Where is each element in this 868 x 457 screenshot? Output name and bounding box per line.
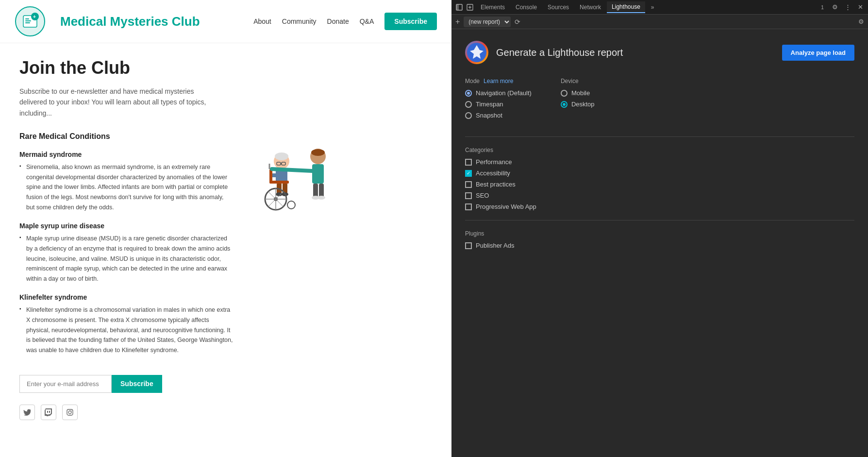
svg-rect-19 xyxy=(269,169,272,183)
svg-rect-40 xyxy=(456,4,459,10)
category-accessibility[interactable]: Accessibility xyxy=(465,169,854,177)
main-nav: + Medical Mysteries Club About Community… xyxy=(0,0,451,43)
report-history-icon[interactable]: ⟳ xyxy=(515,18,520,26)
tab-network[interactable]: Network xyxy=(575,2,606,13)
condition-title-0: Mermaid syndrome xyxy=(19,151,233,158)
categories-section: Categories Performance Accessibility Bes… xyxy=(465,147,854,210)
condition-title-2: Klinefelter syndrome xyxy=(19,293,233,301)
settings-icon[interactable]: ⚙ xyxy=(830,2,840,12)
tab-lighthouse[interactable]: Lighthouse xyxy=(607,1,645,13)
device-mobile[interactable]: Mobile xyxy=(561,89,595,97)
nav-donate[interactable]: Donate xyxy=(327,17,349,25)
tab-console[interactable]: Console xyxy=(511,2,542,13)
lh-divider-2 xyxy=(465,220,854,220)
mode-timespan-radio[interactable] xyxy=(465,101,472,108)
condition-desc-1: Maple syrup urine disease (MSUD) is a ra… xyxy=(19,234,233,284)
svg-point-35 xyxy=(317,196,325,200)
page-intro: Subscribe to our e-newsletter and have m… xyxy=(19,86,223,118)
device-label: Device xyxy=(561,78,595,85)
twitter-icon[interactable] xyxy=(19,405,35,420)
mode-snapshot-radio[interactable] xyxy=(465,112,472,119)
mode-snapshot-label: Snapshot xyxy=(476,112,502,119)
device-desktop[interactable]: Desktop xyxy=(561,101,595,108)
instagram-icon[interactable] xyxy=(62,405,78,420)
category-performance[interactable]: Performance xyxy=(465,158,854,166)
devtools-secondbar-right: ⚙ xyxy=(858,18,864,25)
tab-elements[interactable]: Elements xyxy=(476,2,510,13)
nav-about[interactable]: About xyxy=(253,17,271,25)
seo-checkbox[interactable] xyxy=(465,192,472,199)
more-options-icon[interactable]: ⋮ xyxy=(843,2,852,12)
device-desktop-label: Desktop xyxy=(571,101,595,108)
condition-desc-0: Sirenomelia, also known as mermaid syndr… xyxy=(19,162,233,212)
tab-sources[interactable]: Sources xyxy=(543,2,574,13)
new-report-plus[interactable]: + xyxy=(455,17,460,26)
site-logo: + xyxy=(15,6,46,37)
nav-qa[interactable]: Q&A xyxy=(360,17,374,25)
condition-list-0: Sirenomelia, also known as mermaid syndr… xyxy=(19,162,233,212)
mode-navigation[interactable]: Navigation (Default) xyxy=(465,89,532,97)
svg-point-29 xyxy=(311,149,325,156)
plugin-publisher-ads[interactable]: Publisher Ads xyxy=(465,242,854,249)
twitch-icon[interactable] xyxy=(41,405,56,420)
mode-snapshot[interactable]: Snapshot xyxy=(465,112,532,119)
inspect-icon[interactable] xyxy=(465,2,475,12)
device-desktop-radio[interactable] xyxy=(561,101,568,108)
social-icons xyxy=(19,405,359,420)
lighthouse-body: Generate a Lighthouse report Analyze pag… xyxy=(451,29,868,457)
mode-group: Mode Learn more Navigation (Default) Tim… xyxy=(465,78,532,123)
svg-point-26 xyxy=(287,201,295,209)
plugins-section: Plugins Publisher Ads xyxy=(465,230,854,249)
tab-more[interactable]: » xyxy=(646,2,659,13)
devtools-secondbar: + (new report) ⟳ ⚙ xyxy=(451,15,868,29)
svg-line-31 xyxy=(272,169,312,171)
performance-checkbox[interactable] xyxy=(465,159,472,166)
condition-list-2: Klinefelter syndrome is a chromosomal va… xyxy=(19,305,233,355)
lh-generate-title: Generate a Lighthouse report xyxy=(496,47,774,58)
svg-point-38 xyxy=(71,410,72,411)
page-content: Join the Club Subscribe to our e-newslet… xyxy=(0,43,379,440)
svg-rect-36 xyxy=(67,409,73,415)
notifications-icon[interactable]: 1 xyxy=(818,2,827,12)
learn-more-link[interactable]: Learn more xyxy=(484,78,513,85)
condition-desc-2: Klinefelter syndrome is a chromosomal va… xyxy=(19,305,233,355)
close-devtools-icon[interactable]: ✕ xyxy=(855,2,865,12)
svg-point-37 xyxy=(68,411,71,414)
best-practices-checkbox[interactable] xyxy=(465,181,472,188)
analyze-page-load-button[interactable]: Analyze page load xyxy=(782,45,854,61)
mode-navigation-radio[interactable] xyxy=(465,90,472,97)
category-best-practices[interactable]: Best practices xyxy=(465,181,854,188)
mode-label: Mode Learn more xyxy=(465,78,532,85)
lh-options: Mode Learn more Navigation (Default) Tim… xyxy=(465,78,854,123)
category-pwa[interactable]: Progressive Web App xyxy=(465,203,854,210)
dock-icon[interactable] xyxy=(454,2,464,12)
accessibility-checkbox[interactable] xyxy=(465,170,472,177)
page-heading: Join the Club xyxy=(19,58,359,78)
device-mobile-label: Mobile xyxy=(571,89,590,97)
seo-label: SEO xyxy=(476,192,489,199)
pwa-checkbox[interactable] xyxy=(465,203,472,210)
condition-title-1: Maple syrup urine disease xyxy=(19,222,233,230)
content-with-image: Rare Medical Conditions Mermaid syndrome… xyxy=(19,132,359,357)
publisher-ads-checkbox[interactable] xyxy=(465,242,472,249)
svg-rect-3 xyxy=(25,20,31,21)
devtools-topbar: Elements Console Sources Network Lightho… xyxy=(451,0,868,15)
content-text: Rare Medical Conditions Mermaid syndrome… xyxy=(19,132,233,357)
nav-community[interactable]: Community xyxy=(282,17,317,25)
mode-timespan[interactable]: Timespan xyxy=(465,101,532,108)
device-mobile-radio[interactable] xyxy=(561,90,568,97)
performance-label: Performance xyxy=(476,158,512,166)
plugins-label: Plugins xyxy=(465,230,854,237)
dock-side-icon[interactable]: ⚙ xyxy=(858,18,864,25)
mode-timespan-label: Timespan xyxy=(476,101,503,108)
email-subscribe-button[interactable]: Subscribe xyxy=(112,375,162,393)
email-input[interactable] xyxy=(19,375,112,393)
category-seo[interactable]: SEO xyxy=(465,192,854,199)
svg-rect-2 xyxy=(25,18,29,19)
pwa-label: Progressive Web App xyxy=(476,203,536,210)
accessibility-label: Accessibility xyxy=(476,169,510,177)
svg-rect-30 xyxy=(312,164,324,184)
nav-subscribe-button[interactable]: Subscribe xyxy=(384,13,437,30)
svg-rect-32 xyxy=(313,184,318,197)
report-select[interactable]: (new report) xyxy=(464,17,511,27)
